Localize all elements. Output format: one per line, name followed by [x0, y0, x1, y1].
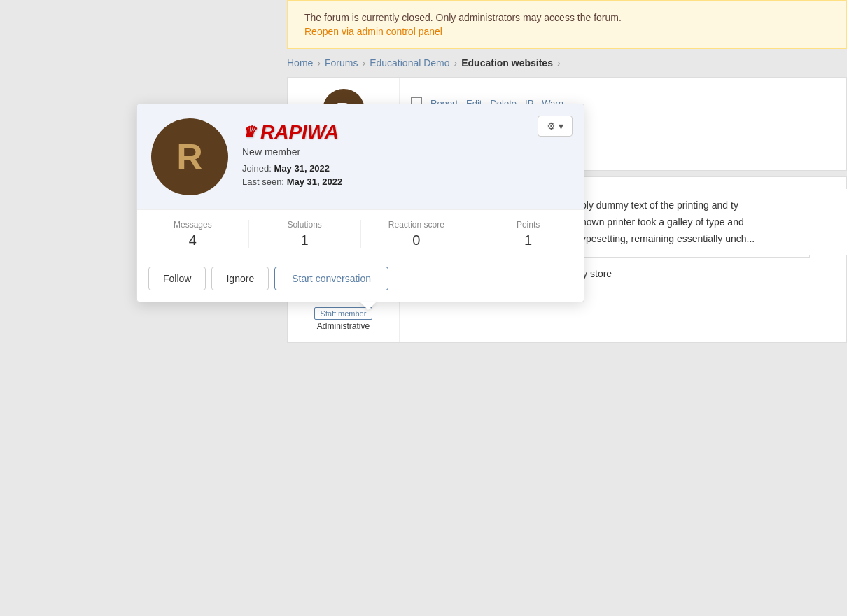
profile-joined-date: May 31, 2022: [274, 163, 330, 174]
stat-reaction-value: 0: [361, 232, 472, 248]
stat-messages-label: Messages: [137, 220, 248, 230]
profile-actions: Follow Ignore Start conversation: [137, 258, 584, 302]
admin-label: Administrative: [317, 321, 370, 331]
forum-closed-banner: The forum is currently closed. Only admi…: [287, 0, 847, 49]
stat-messages: Messages 4: [137, 220, 249, 248]
profile-lastseen-date: May 31, 2022: [287, 176, 343, 187]
breadcrumb-sep-3: ›: [454, 57, 458, 69]
closed-text: The forum is currently closed. Only admi…: [304, 12, 830, 23]
overflow-line-2: nown printer took a galley of type and: [581, 214, 847, 231]
breadcrumb-current: Education websites: [461, 57, 553, 69]
stat-points-value: 1: [472, 232, 584, 248]
settings-button[interactable]: ⚙ ▾: [538, 115, 573, 136]
breadcrumb-sep-4: ›: [557, 57, 561, 69]
profile-lastseen-row: Last seen: May 31, 2022: [242, 176, 570, 187]
popup-arrow: [360, 302, 377, 310]
stat-points: Points 1: [472, 220, 584, 248]
overflow-line-3: ypesetting, remaining essentially unch..…: [581, 231, 847, 248]
overflow-text: ply dummy text of the printing and ty no…: [581, 189, 847, 255]
breadcrumb-educational-demo[interactable]: Educational Demo: [370, 57, 449, 69]
stat-points-label: Points: [472, 220, 584, 230]
left-sidebar-bg: [0, 0, 287, 616]
profile-header: R ♛ RAPIWA New member Joined: May 31, 20…: [137, 104, 584, 209]
gear-icon: ⚙: [547, 120, 556, 132]
stat-solutions: Solutions 1: [249, 220, 361, 248]
stat-messages-value: 4: [137, 232, 248, 248]
profile-info: ♛ RAPIWA New member Joined: May 31, 2022…: [242, 118, 570, 190]
dropdown-icon: ▾: [559, 120, 564, 132]
follow-button[interactable]: Follow: [148, 267, 206, 290]
breadcrumb-sep-2: ›: [362, 57, 365, 69]
profile-stats: Messages 4 Solutions 1 Reaction score 0 …: [137, 209, 584, 258]
stat-solutions-value: 1: [249, 232, 360, 248]
breadcrumb-sep-1: ›: [317, 57, 321, 69]
stat-solutions-label: Solutions: [249, 220, 360, 230]
profile-popup: R ♛ RAPIWA New member Joined: May 31, 20…: [136, 104, 584, 302]
profile-meta: Joined: May 31, 2022 Last seen: May 31, …: [242, 163, 570, 187]
profile-member-type: New member: [242, 146, 570, 158]
ignore-button[interactable]: Ignore: [211, 267, 269, 290]
profile-avatar: R: [151, 118, 228, 195]
start-conversation-button[interactable]: Start conversation: [274, 267, 388, 290]
breadcrumb-forums[interactable]: Forums: [325, 57, 358, 69]
stat-reaction: Reaction score 0: [361, 220, 473, 248]
reopen-link[interactable]: Reopen via admin control panel: [304, 26, 442, 37]
overflow-line-1: ply dummy text of the printing and ty: [581, 197, 847, 214]
profile-joined-row: Joined: May 31, 2022: [242, 163, 570, 174]
breadcrumb-home[interactable]: Home: [287, 57, 313, 69]
crown-icon-large: ♛: [242, 123, 256, 141]
stat-reaction-label: Reaction score: [361, 220, 472, 230]
profile-username: ♛ RAPIWA: [242, 121, 570, 144]
